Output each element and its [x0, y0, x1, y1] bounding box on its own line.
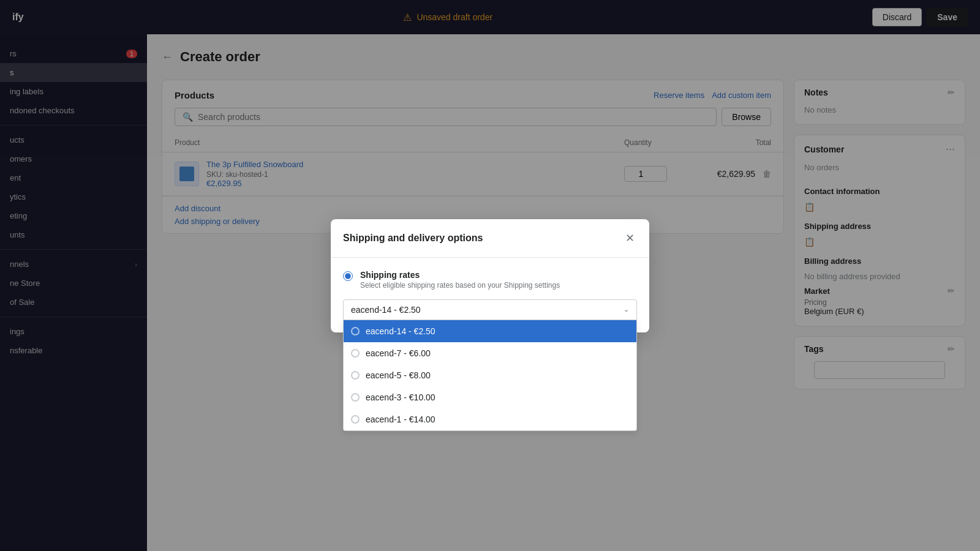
option-label-1: eacend-7 - €6.00 [366, 348, 431, 358]
dropdown-option-1[interactable]: eacend-7 - €6.00 [344, 342, 636, 364]
modal-overlay[interactable]: Shipping and delivery options ✕ Shipping… [0, 0, 980, 551]
dropdown-options: eacend-14 - €2.50 eacend-7 - €6.00 eacen… [343, 320, 637, 431]
radio-indicator-1 [351, 349, 360, 358]
modal-body: Shipping rates Select eligible shipping … [331, 258, 649, 332]
modal-header: Shipping and delivery options ✕ [331, 219, 649, 258]
shipping-rates-label: Shipping rates [360, 270, 560, 280]
shipping-rates-desc: Select eligible shipping rates based on … [360, 281, 560, 290]
option-label-2: eacend-5 - €8.00 [366, 370, 431, 380]
radio-indicator-4 [351, 415, 360, 424]
shipping-rates-label-wrap: Shipping rates Select eligible shipping … [360, 270, 560, 290]
shipping-rate-dropdown: eacend-14 - €2.50 ⌄ eacend-14 - €2.50 ea… [343, 299, 637, 320]
selected-rate-label: eacend-14 - €2.50 [351, 305, 421, 315]
dropdown-option-2[interactable]: eacend-5 - €8.00 [344, 364, 636, 386]
modal-title: Shipping and delivery options [343, 233, 483, 244]
radio-indicator-0 [351, 327, 360, 335]
dropdown-option-0[interactable]: eacend-14 - €2.50 [344, 320, 636, 342]
radio-indicator-2 [351, 371, 360, 380]
radio-indicator-3 [351, 393, 360, 402]
shipping-rates-radio[interactable] [343, 271, 353, 281]
option-label-3: eacend-3 - €10.00 [366, 392, 435, 402]
option-label-4: eacend-1 - €14.00 [366, 414, 435, 424]
dropdown-option-4[interactable]: eacend-1 - €14.00 [344, 408, 636, 430]
shipping-modal: Shipping and delivery options ✕ Shipping… [331, 219, 649, 332]
shipping-rates-option: Shipping rates Select eligible shipping … [343, 270, 637, 290]
option-label-0: eacend-14 - €2.50 [366, 326, 435, 336]
dropdown-selected[interactable]: eacend-14 - €2.50 ⌄ [343, 299, 637, 320]
chevron-down-icon: ⌄ [624, 305, 629, 313]
modal-close-button[interactable]: ✕ [623, 229, 637, 247]
dropdown-option-3[interactable]: eacend-3 - €10.00 [344, 386, 636, 408]
